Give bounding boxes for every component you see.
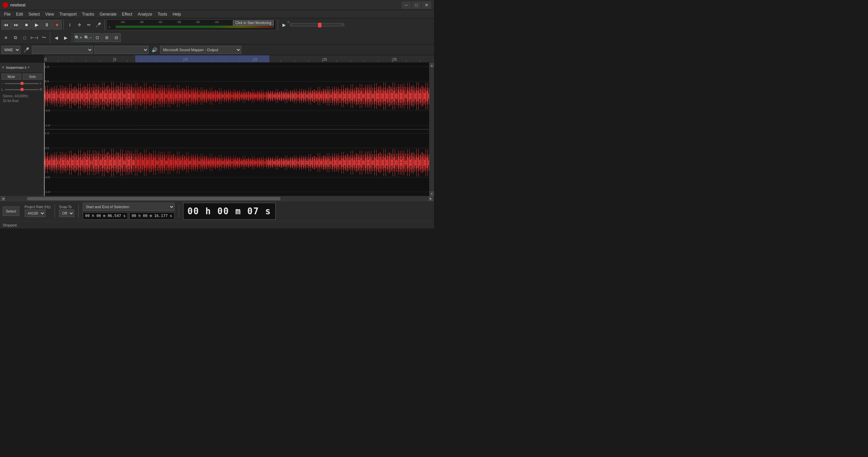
project-rate-label: Project Rate (Hz): [25, 205, 51, 209]
status-sep-1: [55, 204, 55, 218]
stop-button[interactable]: ■: [22, 20, 31, 29]
waveform-btn[interactable]: 〜: [39, 33, 48, 42]
menu-edit[interactable]: Edit: [13, 11, 26, 17]
pan-slider-track: [5, 89, 39, 90]
vscroll-track: [430, 68, 434, 191]
playhead-line: [44, 63, 45, 196]
fwd-btn[interactable]: ▶: [61, 33, 70, 42]
status-sep-2: [78, 204, 79, 218]
vertical-scrollbar[interactable]: ▲ ▼: [429, 63, 434, 196]
toolbar-separator-1: [63, 19, 64, 30]
gain-slider-track: [5, 83, 39, 84]
pan-left-label: L: [1, 88, 4, 92]
horizontal-scrollbar[interactable]: ◀ ▶: [0, 196, 434, 201]
snap-to-select[interactable]: Off: [59, 210, 74, 217]
monitor-button[interactable]: Click to Start Monitoring: [233, 20, 274, 25]
back-btn[interactable]: ◀: [52, 33, 61, 42]
pan-right-label: R: [40, 88, 42, 92]
mute-button[interactable]: Mute: [1, 74, 21, 80]
project-rate-select[interactable]: 44100: [25, 210, 45, 217]
window-controls: ─ □ ✕: [401, 1, 431, 9]
zoom-in-btn[interactable]: 🔍+: [74, 33, 83, 42]
selection-dropdown[interactable]: Start and End of Selection: [83, 203, 174, 211]
track-controls: Mute Solo − + L: [0, 72, 44, 105]
select-tool-btn[interactable]: I: [65, 20, 74, 29]
toolbar-row-2: ✕ ⧉ □ ⊢⊣ 〜 ◀ ▶ 🔍+ 🔍− ⊡ ⊞ ⊟: [0, 31, 434, 44]
app: newbeat ─ □ ✕ File Edit Select View Tran…: [0, 0, 434, 228]
menu-file[interactable]: File: [1, 11, 13, 17]
track-close-btn[interactable]: ✕: [1, 65, 5, 70]
hscroll-left-arrow[interactable]: ◀: [1, 197, 5, 201]
hscroll-thumb[interactable]: [27, 197, 280, 200]
menu-tracks[interactable]: Tracks: [79, 11, 97, 17]
zoom-reset-btn[interactable]: ⊟: [112, 33, 121, 42]
minimize-button[interactable]: ─: [401, 1, 411, 9]
hscroll-track: [6, 197, 428, 200]
draw-tool-btn[interactable]: ✏: [84, 20, 93, 29]
device-row: MME 🎤 🔊 Microsoft Sound Mapper - Output: [0, 44, 434, 55]
big-timer: 00 h 00 m 07 s: [183, 203, 276, 220]
skip-end-button[interactable]: ⏭: [12, 20, 21, 29]
menu-help[interactable]: Help: [170, 11, 184, 17]
vscroll-up-arrow[interactable]: ▲: [430, 63, 434, 67]
track-workspace: ✕ looperman-l- ▾ Mute Solo −: [0, 63, 434, 196]
toolbar-area: ⏮ ⏭ ■ ▶ ⏸ ● I ✛ ✏ 🎤 -54-48-42-36-30-24-1…: [0, 18, 434, 44]
maximize-button[interactable]: □: [412, 1, 421, 9]
record-button[interactable]: ●: [52, 20, 62, 29]
timeline-ruler: [44, 55, 434, 63]
waveform-canvas: [44, 63, 429, 196]
selection-end-time[interactable]: 00 h 00 m 16.177 s: [129, 212, 174, 220]
ruler-canvas: [44, 55, 434, 63]
toolbar-row-1: ⏮ ⏭ ■ ▶ ⏸ ● I ✛ ✏ 🎤 -54-48-42-36-30-24-1…: [0, 18, 434, 31]
track-info: Stereo, 44100Hz 32-bit float: [1, 93, 42, 104]
vu-meter-area: -54-48-42-36-30-24-18-12-60 L Click to S…: [106, 19, 276, 30]
menu-analyze[interactable]: Analyze: [135, 11, 155, 17]
statusbar: Select Project Rate (Hz) 44100 Snap-To O…: [0, 201, 434, 221]
select-tool-button[interactable]: Select: [3, 206, 19, 216]
pause-button[interactable]: ⏸: [42, 20, 52, 29]
toolbar-separator-5: [72, 32, 72, 43]
menu-view[interactable]: View: [42, 11, 57, 17]
host-select[interactable]: MME: [1, 46, 20, 54]
volume-slider-track[interactable]: − +: [290, 23, 344, 26]
volume-slider-thumb: [318, 23, 321, 27]
input-select[interactable]: [32, 46, 93, 54]
menu-tools[interactable]: Tools: [155, 11, 170, 17]
close-button[interactable]: ✕: [422, 1, 431, 9]
select-tool-area: Select: [3, 206, 19, 216]
menu-transport[interactable]: Transport: [57, 11, 79, 17]
skip-start-button[interactable]: ⏮: [1, 20, 11, 29]
menu-generate[interactable]: Generate: [97, 11, 119, 17]
vscroll-down-arrow[interactable]: ▼: [430, 191, 434, 196]
track-chevron[interactable]: ▾: [28, 65, 29, 69]
selection-start-time[interactable]: 00 h 00 m 06.547 s: [83, 212, 128, 220]
titlebar: newbeat ─ □ ✕: [0, 0, 434, 10]
zoom-out-btn[interactable]: 🔍−: [83, 33, 92, 42]
gain-slider[interactable]: [5, 81, 39, 86]
play-button[interactable]: ▶: [32, 20, 41, 29]
output-select[interactable]: Microsoft Sound Mapper - Output: [160, 46, 241, 54]
trim-btn[interactable]: ⧉: [11, 33, 20, 42]
silence-btn[interactable]: □: [20, 33, 29, 42]
app-icon: [3, 2, 8, 8]
waveform-area[interactable]: [44, 63, 429, 196]
speaker-icon[interactable]: 🔊: [150, 45, 159, 54]
solo-button[interactable]: Solo: [23, 74, 43, 80]
gain-minus-label: −: [1, 82, 4, 85]
mic-tool-btn[interactable]: 🎤: [94, 20, 103, 29]
menu-effect[interactable]: Effect: [119, 11, 135, 17]
mic-icon[interactable]: 🎤: [22, 45, 31, 54]
gain-plus-label: +: [40, 82, 42, 85]
selection-times: 00 h 00 m 06.547 s 00 h 00 m 16.177 s: [83, 212, 174, 220]
multi-tool-btn[interactable]: ✛: [75, 20, 84, 29]
zoom-fit-btn[interactable]: ⊡: [93, 33, 102, 42]
boundary-btn[interactable]: ⊢⊣: [30, 33, 39, 42]
hscroll-right-arrow[interactable]: ▶: [429, 197, 433, 201]
pan-slider[interactable]: [5, 87, 39, 92]
project-rate-value: 44100: [25, 210, 51, 217]
status-text: Stopped.: [3, 223, 18, 227]
close-x-btn[interactable]: ✕: [1, 33, 10, 42]
zoom-selection-btn[interactable]: ⊞: [102, 33, 111, 42]
input2-select[interactable]: [94, 46, 149, 54]
menu-select[interactable]: Select: [26, 11, 42, 17]
